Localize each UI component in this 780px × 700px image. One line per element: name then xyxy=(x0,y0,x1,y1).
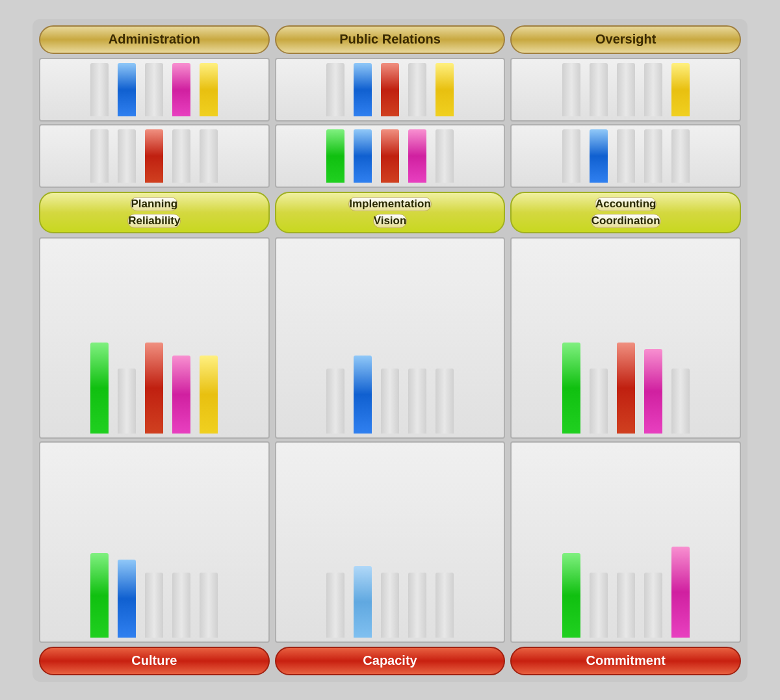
gray-bar xyxy=(326,573,344,638)
gray-bar xyxy=(408,369,426,434)
banner-oversight: Oversight xyxy=(510,25,741,54)
banner-commitment: Commitment xyxy=(510,647,741,675)
middle-banner-col-2: AccountingCoordination xyxy=(510,192,741,233)
pink-bar xyxy=(671,547,690,638)
bar-column xyxy=(324,447,347,638)
bar-column xyxy=(560,447,583,638)
gray-bar xyxy=(562,63,580,116)
bar-column xyxy=(587,242,610,434)
blue-bar xyxy=(590,129,608,183)
blue-bar xyxy=(354,63,372,116)
pink-bar xyxy=(408,129,426,183)
green-bar xyxy=(562,343,580,434)
gray-bar xyxy=(671,369,690,434)
inner-pill-top-2: Accounting xyxy=(595,197,657,211)
chart-panel xyxy=(510,58,741,188)
lightblue-bar xyxy=(354,566,372,638)
red-bar xyxy=(145,129,163,183)
bar-column xyxy=(351,63,374,116)
gray-bar xyxy=(118,369,136,434)
bar-column xyxy=(669,129,692,183)
bar-column xyxy=(88,63,111,116)
chart-panel xyxy=(510,237,741,643)
bar-column xyxy=(433,242,456,434)
chart-sub-top xyxy=(510,237,741,439)
bar-column xyxy=(433,447,456,638)
yellow-bar xyxy=(671,63,690,116)
bar-column xyxy=(587,447,610,638)
bar-column xyxy=(642,242,665,434)
gray-bar xyxy=(326,63,344,116)
bar-column xyxy=(614,63,638,116)
bar-column xyxy=(142,447,166,638)
middle-banner-col-0: PlanningReliability xyxy=(39,192,270,233)
chart-sub-bottom xyxy=(275,441,506,643)
bar-column xyxy=(560,63,583,116)
bar-column xyxy=(324,242,347,434)
gray-bar xyxy=(90,129,109,183)
bar-column xyxy=(614,129,638,183)
bar-column xyxy=(170,63,193,116)
gray-bar xyxy=(671,129,690,183)
red-bar xyxy=(381,129,399,183)
gray-bar xyxy=(436,129,454,183)
inner-pill-bottom-2: Coordination xyxy=(591,214,661,228)
gray-bar xyxy=(90,63,109,116)
blue-bar xyxy=(118,560,136,638)
bar-column xyxy=(170,447,193,638)
chart-panel xyxy=(39,237,270,643)
red-bar xyxy=(617,343,635,434)
bar-column xyxy=(170,129,193,183)
bar-column xyxy=(406,129,429,183)
bar-column xyxy=(324,129,347,183)
chart-panel xyxy=(39,58,270,188)
chart-sub-bottom xyxy=(275,124,506,188)
bar-column xyxy=(142,63,166,116)
bar-column xyxy=(88,447,111,638)
pink-bar xyxy=(644,349,662,434)
banner-capacity: Capacity xyxy=(275,647,506,675)
yellow-bar xyxy=(436,63,454,116)
inner-pill-bottom-1: Vision xyxy=(373,214,408,228)
gray-bar xyxy=(326,369,344,434)
gray-bar xyxy=(562,129,580,183)
gray-bar xyxy=(200,129,218,183)
green-bar xyxy=(90,343,109,434)
gray-bar xyxy=(590,369,608,434)
gray-bar xyxy=(408,573,426,638)
gray-bar xyxy=(590,63,608,116)
bar-column xyxy=(406,447,429,638)
chart-panel xyxy=(275,58,506,188)
bar-column xyxy=(560,242,583,434)
bar-column xyxy=(378,447,402,638)
bar-column xyxy=(669,447,692,638)
bar-column xyxy=(378,129,402,183)
red-bar xyxy=(381,63,399,116)
gray-bar xyxy=(644,573,662,638)
middle-banner-col-1: ImplementationVision xyxy=(275,192,506,233)
chart-panel xyxy=(275,237,506,643)
bar-column xyxy=(378,242,402,434)
inner-pill-bottom-0: Reliability xyxy=(127,214,181,228)
yellow-bar xyxy=(200,63,218,116)
bar-column xyxy=(115,63,138,116)
top-charts-row xyxy=(39,58,741,188)
gray-bar xyxy=(644,63,662,116)
pink-bar xyxy=(172,356,190,434)
chart-sub-top xyxy=(275,58,506,122)
main-container: Administration Public Relations Oversigh… xyxy=(32,19,748,682)
gray-bar xyxy=(617,63,635,116)
bar-column xyxy=(433,129,456,183)
gray-bar xyxy=(617,129,635,183)
green-bar xyxy=(90,553,109,638)
gray-bar xyxy=(381,573,399,638)
bar-column xyxy=(669,242,692,434)
green-bar xyxy=(326,129,344,183)
bar-column xyxy=(351,129,374,183)
middle-banner: PlanningReliabilityImplementationVisionA… xyxy=(39,192,741,233)
gray-bar xyxy=(436,369,454,434)
bar-column xyxy=(642,129,665,183)
gray-bar xyxy=(436,573,454,638)
chart-sub-bottom xyxy=(510,124,741,188)
bar-column xyxy=(170,242,193,434)
